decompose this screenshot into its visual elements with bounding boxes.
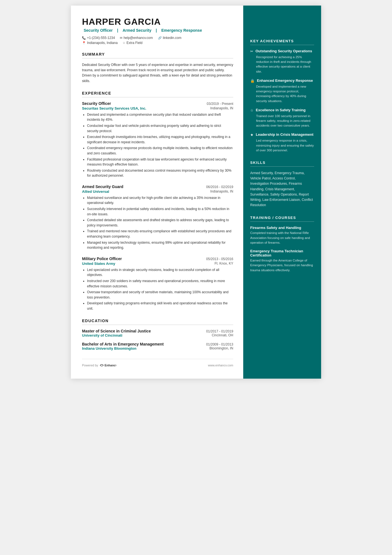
resume-container: HARPER GARCIA Security Officer | Armed S… [71, 6, 321, 379]
achievement-4: ★ Leadership in Crisis Management Led em… [250, 132, 314, 153]
powered-by-text: Powered by [82, 364, 98, 367]
job-3: Military Police Officer 05/2013 - 05/201… [82, 256, 233, 311]
training-1-desc: Completed training with the National Rif… [250, 231, 314, 245]
job-1-company: Securitas Security Services USA, Inc. [82, 106, 146, 110]
job-2-bullet-2: Successfully intervened in potential saf… [87, 206, 233, 217]
experience-title: EXPERIENCE [82, 91, 233, 97]
job-1-header: Security Officer 03/2019 - Present [82, 101, 233, 106]
edu-1-header: Master of Science in Criminal Justice 01… [82, 329, 233, 333]
training-title: TRAINING / COURSES [250, 216, 314, 222]
achievement-4-title: Leadership in Crisis Management [256, 132, 313, 137]
footer: Powered by Enhancv www.enhancv.com [82, 359, 233, 367]
extra-field: ☆ Extra Field [123, 41, 142, 45]
job-1-bullet-3: Executed thorough investigations into br… [87, 134, 233, 145]
edu-1-school-row: University of Cincinnati Cincinnati, OH [82, 333, 233, 337]
job-1: Security Officer 03/2019 - Present Secur… [82, 101, 233, 178]
achievement-4-header: ★ Leadership in Crisis Management [250, 132, 314, 137]
achievement-1: ✂ Outstanding Security Operations Recogn… [250, 49, 314, 74]
achievement-1-header: ✂ Outstanding Security Operations [250, 49, 314, 54]
title2: Armed Security [123, 28, 151, 33]
job-3-date: 05/2013 - 05/2016 [206, 257, 233, 261]
job-1-bullet-2: Conducted regular foot and vehicle patro… [87, 123, 233, 134]
extra-text: Extra Field [126, 41, 142, 45]
edu-1: Master of Science in Criminal Justice 01… [82, 329, 233, 337]
achievement-3-icon: ☆ [250, 108, 254, 112]
phone-contact: 📞 +1-(234)-555-1234 [82, 36, 115, 40]
left-column: HARPER GARCIA Security Officer | Armed S… [71, 6, 243, 379]
job-1-title: Security Officer [82, 101, 111, 106]
title1: Security Officer [84, 28, 113, 33]
contact-row-2: 📍 Indianapolis, Indiana ☆ Extra Field [82, 41, 233, 45]
title3: Emergency Response [161, 28, 202, 33]
job-3-company: United States Army [82, 262, 115, 266]
job-1-company-row: Securitas Security Services USA, Inc. In… [82, 106, 233, 110]
candidate-name: HARPER GARCIA [82, 17, 233, 27]
achievements-section: KEY ACHIEVEMENTS ✂ Outstanding Security … [250, 39, 314, 153]
summary-title: SUMMARY [82, 52, 233, 58]
footer-url: www.enhancv.com [208, 364, 233, 367]
training-section: TRAINING / COURSES Firearms Safety and H… [250, 216, 314, 273]
job-3-location: Ft. Knox, KY [215, 262, 233, 266]
achievement-3-header: ☆ Excellence in Safety Training [250, 108, 314, 113]
location-contact: 📍 Indianapolis, Indiana [82, 41, 118, 45]
job-2-bullet-4: Trained and mentored new recruits ensuri… [87, 229, 233, 239]
training-2-desc: Earned through the American College of E… [250, 258, 314, 273]
right-column: KEY ACHIEVEMENTS ✂ Outstanding Security … [243, 6, 321, 379]
edu-1-date: 01/2017 - 01/2019 [206, 329, 233, 333]
achievement-3: ☆ Excellence in Safety Training Trained … [250, 108, 314, 128]
skills-title: SKILLS [250, 161, 314, 167]
header: HARPER GARCIA Security Officer | Armed S… [82, 17, 233, 45]
location-icon: 📍 [82, 41, 86, 45]
training-2: Emergency Trauma Technician Certificatio… [250, 249, 314, 273]
job-2-bullet-5: Managed key security technology systems,… [87, 240, 233, 250]
job-3-header: Military Police Officer 05/2013 - 05/201… [82, 256, 233, 261]
achievement-2-header: 🔒 Enhanced Emergency Response [250, 78, 314, 83]
linkedin-url: linkedin.com [163, 36, 182, 40]
job-2-bullet-1: Maintained surveillance and security for… [87, 195, 233, 206]
footer-powered: Powered by Enhancv [82, 363, 116, 367]
training-2-title: Emergency Trauma Technician Certificatio… [250, 249, 314, 257]
achievement-1-icon: ✂ [250, 49, 253, 53]
job-3-title: Military Police Officer [82, 256, 122, 261]
edu-2-degree: Bachelor of Arts in Emergency Management [82, 342, 164, 346]
linkedin-icon: 🔗 [158, 36, 162, 40]
training-1: Firearms Safety and Handling Completed t… [250, 226, 314, 245]
summary-section: SUMMARY Dedicated Security Officer with … [82, 52, 233, 84]
achievement-2-title: Enhanced Emergency Response [257, 78, 313, 83]
linkedin-contact: 🔗 linkedin.com [158, 36, 182, 40]
job-2-bullets: Maintained surveillance and security for… [82, 195, 233, 250]
summary-text: Dedicated Security Officer with over 5 y… [82, 62, 233, 84]
email-contact: ✉ help@enhancv.com [120, 36, 153, 40]
achievement-1-desc: Recognized for achieving a 25% reduction… [250, 55, 314, 74]
training-1-title: Firearms Safety and Handling [250, 226, 314, 230]
edu-1-degree: Master of Science in Criminal Justice [82, 329, 151, 333]
achievement-3-title: Excellence in Safety Training [256, 108, 306, 113]
job-2-date: 06/2016 - 02/2019 [206, 185, 233, 189]
experience-section: EXPERIENCE Security Officer 03/2019 - Pr… [82, 91, 233, 311]
job-3-bullets: Led specialized units in strategic secur… [82, 267, 233, 311]
separator1: | [117, 28, 119, 33]
skills-text: Armed Security, Emergency Trauma, Vehicl… [250, 171, 314, 208]
job-2-location: Indianapolis, IN [210, 189, 233, 194]
skills-section: SKILLS Armed Security, Emergency Trauma,… [250, 161, 314, 208]
edu-2: Bachelor of Arts in Emergency Management… [82, 342, 233, 351]
svg-text:Enhancv: Enhancv [105, 364, 116, 367]
achievement-2: 🔒 Enhanced Emergency Response Developed … [250, 78, 314, 103]
email-address: help@enhancv.com [123, 36, 153, 40]
job-1-bullet-5: Facilitated professional cooperation wit… [87, 157, 233, 167]
achievement-3-desc: Trained over 100 security personnel in f… [250, 114, 314, 128]
job-3-bullet-3: Oversaw transportation and security of s… [87, 290, 233, 300]
job-2-title: Armed Security Guard [82, 184, 123, 189]
job-1-date: 03/2019 - Present [207, 102, 233, 106]
edu-1-location: Cincinnati, OH [212, 333, 233, 337]
job-1-bullet-6: Routinely conducted and documented acces… [87, 168, 233, 178]
email-icon: ✉ [120, 36, 122, 40]
phone-icon: 📞 [82, 36, 86, 40]
phone-number: +1-(234)-555-1234 [87, 36, 115, 40]
job-1-location: Indianapolis, IN [210, 106, 233, 110]
edu-2-school: Indiana University Bloomington [82, 346, 137, 351]
job-2-company: Allied Universal [82, 189, 109, 194]
job-2: Armed Security Guard 06/2016 - 02/2019 A… [82, 184, 233, 250]
enhancv-logo: Enhancv [100, 363, 116, 367]
star-icon: ☆ [123, 41, 125, 45]
